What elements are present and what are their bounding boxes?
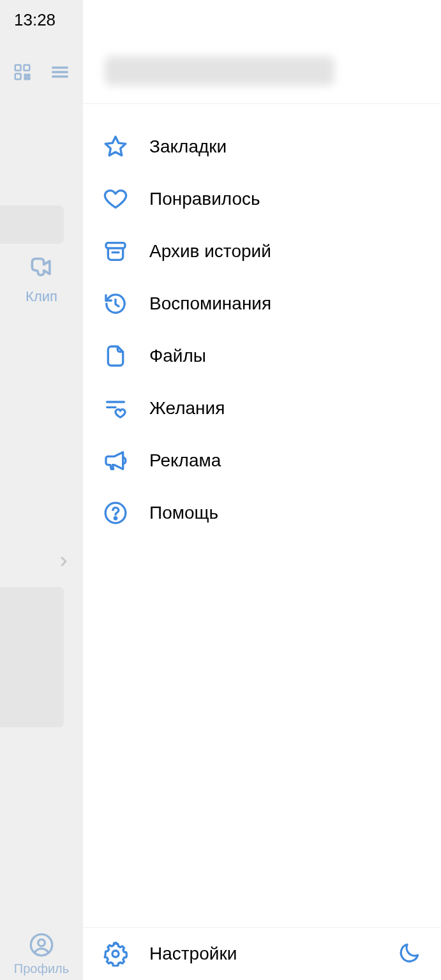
menu-item-bookmarks[interactable]: Закладки (83, 121, 441, 173)
file-icon (102, 343, 129, 369)
svg-point-11 (38, 939, 45, 946)
moon-icon (398, 956, 422, 967)
svg-rect-1 (24, 65, 29, 71)
menu-item-wishlist[interactable]: Желания (83, 382, 441, 434)
menu-item-settings[interactable]: Настройки (102, 940, 398, 967)
drawer-title-blurred (105, 56, 334, 85)
menu-label: Реклама (149, 450, 221, 471)
star-icon (102, 133, 129, 160)
background-panel: Клип Профиль (0, 0, 83, 980)
dark-mode-button[interactable] (398, 940, 422, 967)
wishlist-icon (102, 395, 129, 422)
sidebar-item-label: Клип (0, 288, 83, 305)
menu-label: Желания (149, 398, 225, 419)
archive-icon (102, 238, 129, 265)
svg-rect-0 (15, 65, 20, 71)
status-time: 13:28 (14, 10, 56, 30)
svg-rect-3 (24, 75, 26, 77)
menu-item-memories[interactable]: Воспоминания (83, 278, 441, 330)
menu-label: Архив историй (149, 241, 271, 262)
qr-icon[interactable] (13, 63, 32, 84)
svg-rect-19 (106, 243, 125, 248)
svg-rect-6 (27, 78, 29, 80)
svg-point-24 (114, 517, 116, 519)
history-icon (102, 290, 129, 317)
menu-label: Настройки (149, 944, 237, 964)
menu-item-stories-archive[interactable]: Архив историй (83, 225, 441, 278)
megaphone-icon (102, 447, 129, 474)
klip-icon (27, 255, 56, 283)
svg-rect-2 (15, 74, 20, 80)
gear-icon (102, 940, 129, 967)
menu-icon[interactable] (49, 61, 71, 85)
menu-item-liked[interactable]: Понравилось (83, 173, 441, 225)
menu-label: Файлы (149, 346, 206, 366)
background-slab (0, 587, 64, 727)
sidebar-item-klip[interactable]: Клип (0, 255, 83, 305)
help-icon (102, 500, 129, 526)
menu-label: Помощь (149, 503, 218, 523)
svg-rect-5 (24, 78, 26, 80)
heart-icon (102, 186, 129, 212)
svg-rect-4 (27, 75, 29, 77)
menu-item-help[interactable]: Помощь (83, 487, 441, 539)
drawer-menu: Закладки Понравилось Архив историй (83, 104, 441, 927)
tab-profile[interactable]: Профиль (0, 932, 83, 976)
menu-item-ads[interactable]: Реклама (83, 434, 441, 487)
background-slab (0, 205, 64, 244)
svg-point-25 (112, 951, 119, 957)
menu-item-files[interactable]: Файлы (83, 330, 441, 382)
drawer-header[interactable] (83, 0, 441, 104)
menu-label: Закладки (149, 137, 227, 157)
drawer-footer: Настройки (83, 927, 441, 980)
menu-label: Воспоминания (149, 293, 271, 314)
menu-label: Понравилось (149, 189, 260, 209)
drawer-panel: Закладки Понравилось Архив историй (83, 0, 441, 980)
tab-label: Профиль (0, 961, 83, 976)
profile-icon (29, 932, 54, 958)
chevron-right-icon (56, 554, 71, 572)
